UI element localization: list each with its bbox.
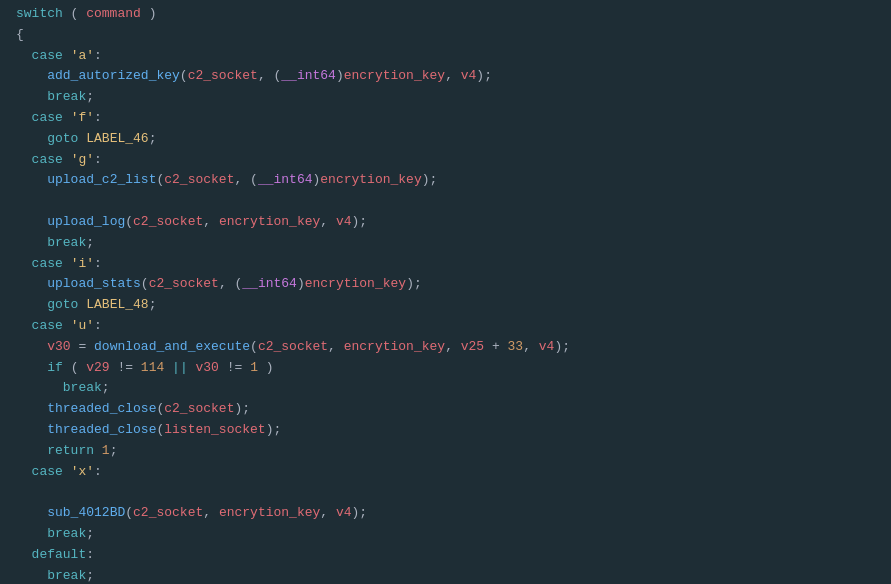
indent <box>16 524 47 545</box>
token-fn: upload_stats <box>47 274 141 295</box>
token-var: c2_socket <box>188 66 258 87</box>
indent <box>16 66 47 87</box>
token-plain: ; <box>86 566 94 584</box>
indent <box>16 274 47 295</box>
token-kw: if <box>47 358 63 379</box>
token-plain: : <box>94 46 102 67</box>
token-var: encrytion_key <box>344 337 445 358</box>
token-plain: ); <box>352 212 368 233</box>
token-kw: break <box>47 524 86 545</box>
code-line: if ( v29 != 114 || v30 != 1 ) <box>0 358 891 379</box>
token-str: 'i' <box>71 254 94 275</box>
code-line: switch ( command ) <box>0 4 891 25</box>
token-var: c2_socket <box>149 274 219 295</box>
token-label: LABEL_46 <box>86 129 148 150</box>
token-plain: ( <box>156 170 164 191</box>
indent <box>16 441 47 462</box>
code-line: break; <box>0 524 891 545</box>
token-str: 'a' <box>71 46 94 67</box>
code-line: break; <box>0 566 891 584</box>
token-plain <box>63 462 71 483</box>
token-kw: break <box>47 87 86 108</box>
code-line: case 'g': <box>0 150 891 171</box>
token-plain: , <box>320 503 336 524</box>
token-var: encrytion_key <box>344 66 445 87</box>
token-var: c2_socket <box>164 399 234 420</box>
token-var: c2_socket <box>258 337 328 358</box>
token-plain: , <box>523 337 539 358</box>
token-kw: break <box>47 233 86 254</box>
token-plain: ; <box>110 441 118 462</box>
token-plain: : <box>94 150 102 171</box>
token-plain: , <box>445 66 461 87</box>
token-plain: ); <box>234 399 250 420</box>
indent <box>16 46 32 67</box>
token-plain: ) <box>312 170 320 191</box>
token-cast: __int64 <box>281 66 336 87</box>
token-kw: switch <box>16 4 63 25</box>
token-plain <box>78 129 86 150</box>
code-line: break; <box>0 378 891 399</box>
token-plain: ( <box>125 503 133 524</box>
token-fn: upload_log <box>47 212 125 233</box>
token-plain: ; <box>86 87 94 108</box>
indent <box>16 358 47 379</box>
token-plain: = <box>71 337 94 358</box>
token-plain: : <box>86 545 94 566</box>
token-var: encrytion_key <box>305 274 406 295</box>
token-kw: case <box>32 254 63 275</box>
code-line: break; <box>0 233 891 254</box>
indent <box>16 316 32 337</box>
token-plain: ) <box>336 66 344 87</box>
token-plain: , <box>328 337 344 358</box>
token-plain: ); <box>266 420 282 441</box>
token-plain: ) <box>258 358 274 379</box>
token-plain: ( <box>180 66 188 87</box>
token-plain: ; <box>149 129 157 150</box>
code-line: goto LABEL_48; <box>0 295 891 316</box>
token-plain <box>94 441 102 462</box>
token-fn: add_autorized_key <box>47 66 180 87</box>
token-plain <box>63 150 71 171</box>
token-plain: ( <box>141 274 149 295</box>
token-plain: + <box>484 337 507 358</box>
code-line: case 'f': <box>0 108 891 129</box>
code-line: case 'i': <box>0 254 891 275</box>
token-var: v30 <box>47 337 70 358</box>
token-plain: , <box>203 503 219 524</box>
indent <box>16 87 47 108</box>
token-plain: ); <box>422 170 438 191</box>
code-line: break; <box>0 87 891 108</box>
token-plain: , ( <box>234 170 257 191</box>
token-cast: __int64 <box>242 274 297 295</box>
token-var: command <box>86 4 141 25</box>
token-plain: ); <box>554 337 570 358</box>
token-var: c2_socket <box>164 170 234 191</box>
token-plain <box>63 316 71 337</box>
code-line: threaded_close(c2_socket); <box>0 399 891 420</box>
token-fn: upload_c2_list <box>47 170 156 191</box>
token-kw: case <box>32 462 63 483</box>
token-kw: break <box>47 566 86 584</box>
indent <box>16 420 47 441</box>
indent <box>16 150 32 171</box>
code-line: v30 = download_and_execute(c2_socket, en… <box>0 337 891 358</box>
token-plain <box>63 254 71 275</box>
token-var: c2_socket <box>133 212 203 233</box>
token-plain <box>164 358 172 379</box>
code-line: add_autorized_key(c2_socket, (__int64)en… <box>0 66 891 87</box>
code-line: upload_c2_list(c2_socket, (__int64)encry… <box>0 170 891 191</box>
token-fn: sub_4012BD <box>47 503 125 524</box>
code-block: switch ( command ){ case 'a': add_autori… <box>0 0 891 584</box>
token-plain <box>63 108 71 129</box>
token-var: v4 <box>539 337 555 358</box>
token-plain: ( <box>63 358 86 379</box>
token-kw: goto <box>47 295 78 316</box>
code-line: default: <box>0 545 891 566</box>
token-plain: ; <box>86 524 94 545</box>
token-plain: , ( <box>219 274 242 295</box>
token-kw: case <box>32 316 63 337</box>
token-fn: download_and_execute <box>94 337 250 358</box>
indent <box>16 212 47 233</box>
token-var: v4 <box>461 66 477 87</box>
